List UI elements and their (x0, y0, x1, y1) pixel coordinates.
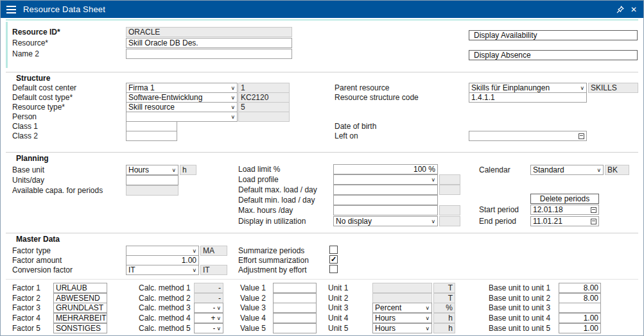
planning-section: Planning Base unit Hours ∨ h Units/day A… (1, 152, 643, 233)
unit-3-select[interactable]: Percent ∨ (372, 303, 432, 313)
default-cost-center-select[interactable]: Firma 1 ∨ (126, 83, 238, 93)
chevron-down-icon: ∨ (216, 315, 221, 321)
value-3-label: Value 3 (240, 303, 266, 313)
value-3-input[interactable] (273, 303, 317, 313)
display-in-utilization-select[interactable]: No display ∨ (333, 216, 438, 226)
base-unit-to-unit-1-input[interactable]: 8.00 (559, 283, 601, 293)
factor-3-input[interactable]: GRUNDLAST (53, 303, 107, 313)
selected-value: Standard (533, 165, 595, 174)
default-cost-type-select[interactable]: Software-Entwicklung ∨ (126, 92, 238, 103)
date-of-birth-label: Date of birth (335, 121, 376, 131)
factor-5-label: Factor 5 (12, 323, 40, 333)
calc-method-4-label: Calc. method 4 (139, 313, 191, 323)
start-period-date-input[interactable]: 12.01.18 (530, 205, 599, 215)
factor-2-input[interactable]: ABWESEND (53, 293, 107, 303)
menu-icon[interactable] (6, 6, 16, 13)
calendar-label: Calendar (479, 165, 510, 175)
calendar-select[interactable]: Standard ∨ (530, 165, 604, 175)
display-absence-button[interactable]: Display Absence (469, 50, 638, 60)
factor-4-input[interactable]: MEHRARBEIT (53, 313, 107, 323)
factor-1-label: Factor 1 (12, 283, 40, 293)
chevron-down-icon: ∨ (425, 315, 430, 321)
value-2-label: Value 2 (240, 293, 266, 303)
end-period-date-input[interactable]: 11.01.21 (530, 216, 599, 226)
delete-periods-button[interactable]: Delete periods (530, 194, 599, 204)
calendar-icon[interactable] (579, 133, 584, 139)
chevron-down-icon: ∨ (216, 326, 221, 331)
calc-method-1-field: - (194, 283, 223, 293)
chevron-down-icon: ∨ (231, 105, 235, 110)
unit-4-label: Unit 4 (328, 313, 348, 323)
conversion-factor-label: Conversion factor (12, 265, 73, 275)
resource-input[interactable]: Skill Oracle DB Des. (126, 38, 292, 48)
base-unit-to-unit-4-input[interactable]: 1.00 (559, 313, 601, 323)
accent-bar (6, 22, 8, 68)
default-max-load-input[interactable] (333, 185, 438, 195)
default-max-load-label: Default max. load / day (238, 185, 317, 195)
adjustment-by-effort-label: Adjustment by effort (238, 265, 307, 275)
calc-method-4-select[interactable]: + ∨ (194, 313, 223, 323)
display-availability-button[interactable]: Display Availability (469, 30, 638, 40)
resource-structure-code-input[interactable]: 1.4.1.1 (469, 92, 587, 103)
default-max-load-extra-field (439, 185, 460, 195)
divider (6, 279, 638, 280)
base-unit-select[interactable]: Hours ∨ (126, 165, 178, 175)
class1-input[interactable] (126, 121, 177, 131)
default-min-load-input[interactable] (333, 195, 438, 205)
start-period-label: Start period (479, 205, 519, 215)
resource-type-code: 5 (238, 102, 290, 112)
conversion-factor-select[interactable]: IT ∨ (126, 265, 199, 275)
load-limit-input[interactable]: 100 % (333, 164, 438, 174)
unit-2-code: T (433, 293, 455, 303)
value-1-input[interactable] (273, 283, 317, 293)
class2-input[interactable] (126, 131, 177, 141)
unit-5-select[interactable]: Hours ∨ (372, 323, 432, 333)
factor-type-code: MA (200, 246, 227, 256)
load-profile-select[interactable]: ∨ (333, 174, 438, 185)
base-unit-code: h (180, 165, 196, 175)
value-1-label: Value 1 (240, 283, 266, 293)
resource-type-select[interactable]: Skill resource ∨ (126, 102, 238, 112)
master-data-section: Master Data Factor type ∨ MA Factor amou… (1, 233, 643, 336)
chevron-down-icon: ∨ (580, 85, 584, 90)
base-unit-to-unit-2-input[interactable]: 8.00 (559, 293, 601, 303)
unit-3-label: Unit 3 (328, 303, 348, 313)
default-min-load-label: Default min. load / day (238, 195, 315, 205)
available-capa-label: Available capa. for periods (12, 185, 103, 196)
units-day-input[interactable] (126, 175, 178, 185)
chevron-down-icon: ∨ (231, 85, 235, 90)
factor-type-select[interactable]: ∨ (126, 246, 199, 256)
adjustment-by-effort-checkbox[interactable] (329, 265, 338, 273)
value-2-input[interactable] (273, 293, 317, 303)
pin-icon[interactable] (616, 6, 624, 13)
close-icon[interactable]: ✕ (631, 6, 637, 13)
load-limit-label: Load limit % (238, 164, 280, 174)
class1-label: Class 1 (12, 121, 38, 131)
calendar-icon[interactable] (591, 219, 596, 224)
unit-4-select[interactable]: Hours ∨ (372, 313, 432, 323)
titlebar: Resource Data Sheet ✕ (1, 1, 643, 18)
display-in-utilization-extra-field (439, 216, 460, 226)
calc-method-5-select[interactable]: - ∨ (194, 323, 223, 333)
factor-5-input[interactable]: SONSTIGES (53, 323, 107, 333)
summarize-periods-label: Summarize periods (238, 246, 304, 256)
max-hours-day-input[interactable] (333, 205, 438, 215)
calc-method-3-select[interactable]: - ∨ (194, 303, 223, 313)
chevron-down-icon: ∨ (431, 177, 435, 182)
calc-method-3-label: Calc. method 3 (139, 303, 191, 313)
value-5-input[interactable] (273, 323, 317, 333)
parent-resource-select[interactable]: Skills für Einplanungen ∨ (469, 83, 587, 93)
left-on-date-input[interactable] (469, 131, 587, 141)
factor-1-input[interactable]: URLAUB (53, 283, 107, 293)
person-select[interactable]: ∨ (126, 112, 238, 122)
available-capa-field (126, 185, 178, 196)
name2-input[interactable] (126, 49, 292, 59)
factor-amount-input[interactable]: 1.00 (126, 255, 199, 265)
base-unit-to-unit-3-input[interactable] (559, 303, 601, 313)
selected-value: Skills für Einplanungen (471, 83, 579, 92)
value-4-input[interactable] (273, 313, 317, 323)
summarize-periods-checkbox[interactable] (329, 246, 338, 254)
calendar-icon[interactable] (591, 207, 596, 213)
effort-summarization-checkbox[interactable] (329, 255, 338, 264)
base-unit-to-unit-5-input[interactable]: 1.00 (559, 323, 601, 333)
